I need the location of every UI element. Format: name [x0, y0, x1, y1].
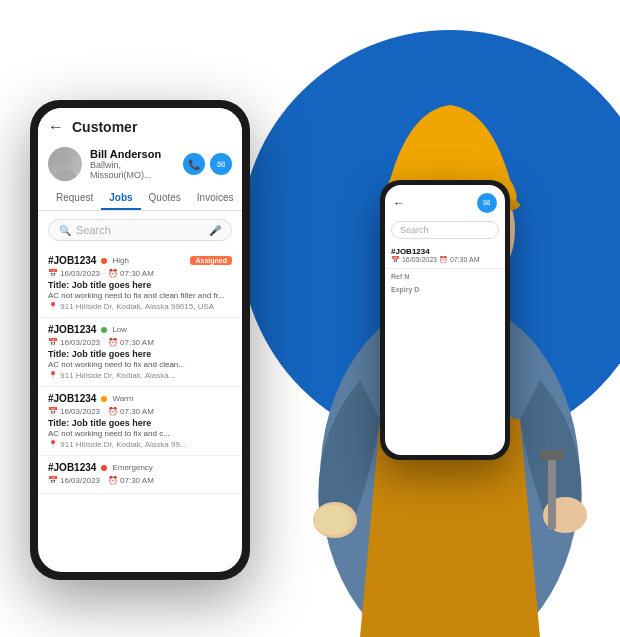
sm-header: ← ✉: [385, 185, 505, 217]
svg-rect-12: [548, 450, 556, 530]
sm-search-bar[interactable]: Search: [391, 221, 499, 239]
sm-job-meta: 📅 16/03/2023 ⏰ 07:30 AM: [391, 256, 499, 264]
priority-label-warm: Warm: [112, 394, 133, 403]
svg-point-15: [54, 169, 76, 181]
job-time-2: ⏰ 07:30 AM: [108, 338, 154, 347]
svg-point-14: [58, 153, 72, 167]
tab-invoices[interactable]: Invoices: [189, 187, 242, 210]
phone-screen-main: ← Customer Bill Anderson Ballwin, Missou…: [38, 108, 242, 572]
screen-header: ← Customer: [38, 108, 242, 141]
job-title-2: Title: Job title goes here: [48, 349, 232, 359]
priority-label-emergency: Emergency: [112, 463, 152, 472]
sm-email-icon[interactable]: ✉: [477, 193, 497, 213]
search-placeholder: Search: [76, 224, 209, 236]
job-addr-3: 📍 911 Hillside Dr, Kodiak, Alaska 99...: [48, 440, 232, 449]
job-date-3: 📅 16/03/2023: [48, 407, 100, 416]
phone-secondary: ← ✉ Search #JOB1234 📅 16/03/2023 ⏰ 07:30…: [380, 180, 510, 460]
job-id-2: #JOB1234: [48, 324, 96, 335]
phone-screen-secondary: ← ✉ Search #JOB1234 📅 16/03/2023 ⏰ 07:30…: [385, 185, 505, 455]
priority-dot-warm: [101, 396, 107, 402]
tab-request[interactable]: Request: [48, 187, 101, 210]
job-time-4: ⏰ 07:30 AM: [108, 476, 154, 485]
job-header-1: #JOB1234 High Assigned: [48, 255, 232, 266]
svg-rect-13: [540, 450, 564, 460]
contact-row: Bill Anderson Ballwin, Missouri(MO)... 📞…: [38, 141, 242, 187]
phone-call-icon[interactable]: 📞: [183, 153, 205, 175]
priority-dot-emergency: [101, 465, 107, 471]
contact-name: Bill Anderson: [90, 148, 183, 160]
job-meta-2: 📅 16/03/2023 ⏰ 07:30 AM: [48, 338, 232, 347]
search-bar[interactable]: 🔍 Search 🎤: [48, 219, 232, 241]
avatar: [48, 147, 82, 181]
job-addr-1: 📍 911 Hillside Dr, Kodiak, Alaska 99615,…: [48, 302, 232, 311]
screen-title: Customer: [72, 119, 137, 135]
sm-back-arrow-icon[interactable]: ←: [393, 196, 405, 210]
job-desc-3: AC not working need to fix and c...: [48, 429, 232, 438]
phone-shell-main: ← Customer Bill Anderson Ballwin, Missou…: [30, 100, 250, 580]
job-card-4[interactable]: #JOB1234 Emergency 📅 16/03/2023 ⏰ 07:30 …: [38, 456, 242, 494]
job-header-4: #JOB1234 Emergency: [48, 462, 232, 473]
job-time-1: ⏰ 07:30 AM: [108, 269, 154, 278]
sm-expiry-label: Expiry D: [391, 286, 499, 293]
tabs-row: Request Jobs Quotes Invoices: [38, 187, 242, 211]
job-addr-2: 📍 911 Hillside Dr, Kodiak, Alaska...: [48, 371, 232, 380]
tab-jobs[interactable]: Jobs: [101, 187, 140, 210]
job-meta-3: 📅 16/03/2023 ⏰ 07:30 AM: [48, 407, 232, 416]
job-time-3: ⏰ 07:30 AM: [108, 407, 154, 416]
sm-job-id: #JOB1234: [391, 247, 499, 256]
job-header-2: #JOB1234 Low: [48, 324, 232, 335]
job-desc-2: AC not working need to fix and clean...: [48, 360, 232, 369]
job-card-1[interactable]: #JOB1234 High Assigned 📅 16/03/2023 ⏰ 07…: [38, 249, 242, 318]
job-id-3: #JOB1234: [48, 393, 96, 404]
priority-dot-high: [101, 258, 107, 264]
sm-search-placeholder: Search: [400, 225, 490, 235]
job-meta-1: 📅 16/03/2023 ⏰ 07:30 AM: [48, 269, 232, 278]
sm-expiry-section: Expiry D: [385, 284, 505, 295]
sm-ref-section: Ref N: [385, 269, 505, 284]
tab-quotes[interactable]: Quotes: [141, 187, 189, 210]
email-icon[interactable]: ✉: [210, 153, 232, 175]
job-card-3[interactable]: #JOB1234 Warm 📅 16/03/2023 ⏰ 07:30 AM Ti…: [38, 387, 242, 456]
job-title-1: Title: Job title goes here: [48, 280, 232, 290]
mic-icon[interactable]: 🎤: [209, 225, 221, 236]
status-badge-assigned: Assigned: [190, 256, 232, 265]
job-desc-1: AC not working need to fix and clean fil…: [48, 291, 232, 300]
job-card-2[interactable]: #JOB1234 Low 📅 16/03/2023 ⏰ 07:30 AM Tit…: [38, 318, 242, 387]
job-title-3: Title: Job title goes here: [48, 418, 232, 428]
priority-label-high: High: [112, 256, 128, 265]
sm-job-card-1[interactable]: #JOB1234 📅 16/03/2023 ⏰ 07:30 AM: [385, 243, 505, 269]
job-date-4: 📅 16/03/2023: [48, 476, 100, 485]
job-header-3: #JOB1234 Warm: [48, 393, 232, 404]
phone-main: ← Customer Bill Anderson Ballwin, Missou…: [30, 100, 250, 580]
svg-point-11: [313, 505, 353, 535]
priority-label-low: Low: [112, 325, 127, 334]
back-arrow-icon[interactable]: ←: [48, 118, 64, 136]
job-id-1: #JOB1234: [48, 255, 96, 266]
job-id-4: #JOB1234: [48, 462, 96, 473]
priority-dot-low: [101, 327, 107, 333]
contact-info: Bill Anderson Ballwin, Missouri(MO)...: [90, 148, 183, 180]
contact-icons: 📞 ✉: [183, 153, 232, 175]
scene: ← Customer Bill Anderson Ballwin, Missou…: [0, 0, 620, 637]
job-date-2: 📅 16/03/2023: [48, 338, 100, 347]
job-date-1: 📅 16/03/2023: [48, 269, 100, 278]
search-icon: 🔍: [59, 225, 71, 236]
phone-shell-secondary: ← ✉ Search #JOB1234 📅 16/03/2023 ⏰ 07:30…: [380, 180, 510, 460]
job-meta-4: 📅 16/03/2023 ⏰ 07:30 AM: [48, 476, 232, 485]
sm-ref-label: Ref N: [391, 273, 499, 280]
contact-location: Ballwin, Missouri(MO)...: [90, 160, 183, 180]
